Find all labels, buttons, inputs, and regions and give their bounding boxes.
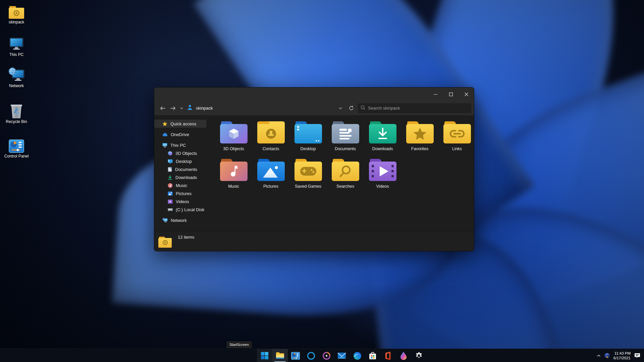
store-bag-icon (369, 352, 377, 360)
cortana-ring-icon (307, 352, 315, 360)
mail-envelope-icon (337, 352, 346, 359)
taskbar-clock[interactable]: 11:43 PM 6/17/2021 (613, 351, 631, 360)
close-button[interactable] (459, 87, 474, 101)
sidebar-item-desktop[interactable]: Desktop (154, 157, 215, 165)
folder-gamepad-icon (294, 159, 322, 181)
minimize-button[interactable] (428, 87, 443, 101)
back-button[interactable] (158, 103, 168, 113)
folder-tile-3d-objects[interactable]: 3D Objects (215, 121, 252, 159)
maximize-button[interactable] (443, 87, 459, 101)
folder-tile-searches[interactable]: Searches (327, 159, 364, 196)
desktop-icon-this-pc[interactable]: This PC (2, 35, 31, 57)
show-hidden-icons-chevron-icon[interactable] (597, 354, 601, 357)
notification-center-icon[interactable] (634, 352, 641, 359)
desktop-icon-network[interactable]: Network (2, 66, 31, 88)
control-panel-tile-icon (291, 352, 300, 360)
recycle-bin-icon (2, 102, 31, 118)
folder-tile-desktop[interactable]: Desktop (289, 121, 327, 159)
desktop-icon-label: Recycle Bin (2, 120, 31, 124)
taskbar-item-cortana[interactable] (303, 349, 319, 362)
folder-play-filmstrip-icon (369, 159, 396, 181)
document-icon (168, 167, 172, 172)
sidebar-item-music[interactable]: Music (154, 181, 215, 189)
folder-tile-pictures[interactable]: Pictures (252, 159, 289, 196)
cloud-icon (162, 133, 168, 136)
desktop-icon-label: Control Panel (2, 154, 31, 159)
taskbar-item-control-panel[interactable] (288, 349, 303, 362)
desktop-icon-control-panel[interactable]: Control Panel (2, 137, 31, 159)
taskbar-item-mail[interactable] (334, 349, 350, 362)
taskbar-item-start[interactable] (257, 349, 272, 362)
folder-contents: 3D Objects Contacts Desktop (215, 116, 474, 232)
folder-desktop-icon (294, 121, 322, 143)
folder-tile-music[interactable]: Music (215, 159, 252, 196)
folder-star-icon (406, 121, 434, 143)
forward-button[interactable] (168, 103, 178, 113)
sidebar-item-c-local-disk[interactable]: (C:) Local Disk (154, 205, 215, 214)
sidebar-item-pictures[interactable]: Pictures (154, 189, 215, 197)
search-box[interactable] (358, 103, 471, 113)
desktop: skinpack This PC (0, 0, 644, 362)
videos-icon (168, 199, 173, 204)
virtualbox-tray-icon[interactable] (604, 353, 610, 359)
address-dropdown-chevron-icon[interactable] (336, 103, 344, 113)
folder-music-note-icon (220, 159, 248, 181)
monitor-icon (162, 143, 167, 147)
cube-icon (168, 151, 172, 156)
taskbar-item-paint3d[interactable] (396, 349, 411, 362)
taskbar-icon-group (257, 349, 427, 362)
folder-user-icon (187, 105, 193, 112)
taskbar-item-music-dial[interactable] (319, 349, 334, 362)
edge-swirl-icon (353, 352, 362, 360)
navigation-bar: skinpack (154, 101, 474, 116)
taskbar: 11:43 PM 6/17/2021 (0, 349, 644, 362)
desktop-icon-skinpack[interactable]: skinpack (2, 3, 31, 24)
folder-tile-contacts[interactable]: Contacts (252, 121, 289, 159)
folder-magnifier-icon (332, 159, 359, 181)
folder-tile-downloads[interactable]: Downloads (364, 121, 401, 159)
sidebar-item-3d-objects[interactable]: 3D Objects (154, 149, 215, 157)
taskbar-item-settings[interactable] (411, 349, 427, 362)
desktop-icon-label: This PC (2, 53, 31, 57)
taskbar-item-file-explorer[interactable] (272, 349, 288, 362)
user-folder-icon (158, 237, 172, 248)
sidebar-item-this-pc[interactable]: This PC (154, 141, 215, 149)
address-text: skinpack (196, 106, 213, 111)
system-tray: 11:43 PM 6/17/2021 (597, 349, 644, 362)
music-icon (168, 183, 173, 188)
sidebar-item-downloads[interactable]: Downloads (154, 173, 215, 181)
folder-tile-links[interactable]: Links (438, 121, 474, 159)
download-icon (168, 175, 172, 180)
folder-tile-favorites[interactable]: Favorites (401, 121, 438, 159)
search-icon (361, 105, 365, 111)
desktop-icon-recycle-bin[interactable]: Recycle Bin (2, 102, 31, 124)
user-folder-icon (2, 3, 31, 19)
search-input[interactable] (368, 106, 469, 111)
sidebar-item-quick-access[interactable]: Quick access (154, 120, 206, 128)
sidebar-item-documents[interactable]: Documents (154, 165, 215, 173)
taskbar-item-office[interactable] (380, 349, 396, 362)
network-icon (162, 218, 168, 223)
taskbar-item-store[interactable] (365, 349, 380, 362)
recent-locations-chevron-icon[interactable] (178, 103, 185, 113)
folder-document-lines-icon (332, 121, 359, 143)
titlebar (154, 87, 474, 101)
refresh-icon[interactable] (346, 103, 356, 113)
desktop-icon (168, 159, 173, 164)
sidebar-item-onedrive[interactable]: OneDrive (154, 130, 215, 138)
desktop-icon-label: Network (2, 84, 31, 88)
star-icon (162, 121, 167, 126)
folder-tile-videos[interactable]: Videos (364, 159, 401, 196)
monitor-icon (2, 35, 31, 51)
folder-mountain-icon (257, 159, 285, 181)
folder-chain-link-icon (443, 121, 471, 143)
taskbar-item-edge[interactable] (350, 349, 365, 362)
sidebar-item-network[interactable]: Network (154, 216, 215, 224)
network-globe-monitor-icon (2, 66, 31, 82)
folder-tile-documents[interactable]: Documents (327, 121, 364, 159)
gear-icon (415, 352, 423, 360)
address-bar[interactable]: skinpack (185, 105, 336, 112)
folder-tile-saved-games[interactable]: Saved Games (289, 159, 327, 196)
desktop-icon-label: skinpack (2, 20, 31, 24)
sidebar-item-videos[interactable]: Videos (154, 197, 215, 205)
